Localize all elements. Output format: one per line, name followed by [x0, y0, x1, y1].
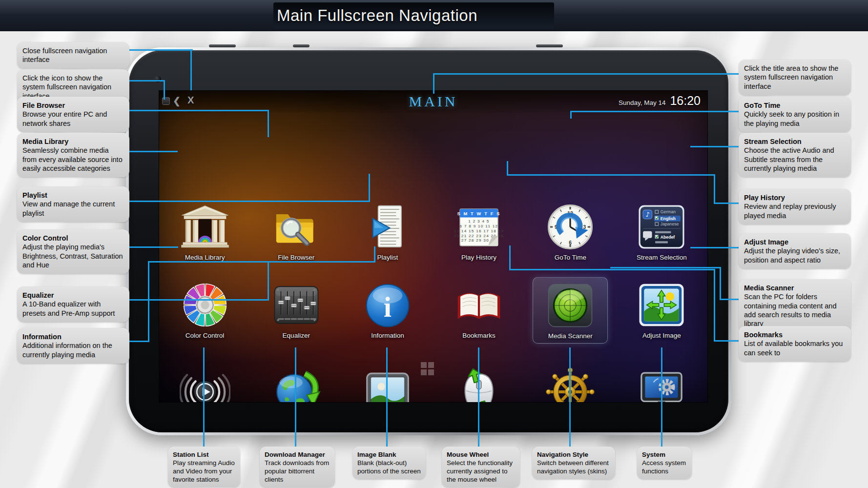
- callout-equalizer: EqualizerA 10-Band equalizer with preset…: [17, 286, 129, 322]
- svg-text:1 2 3 4 5: 1 2 3 4 5: [468, 219, 489, 224]
- connector-line: [129, 49, 193, 51]
- bookmarks-icon: [454, 280, 504, 330]
- stream-selection-icon: ♪ German English Japanese Abedef: [636, 202, 687, 252]
- nav-item-label: Information: [371, 332, 404, 339]
- nav-item-equalizer[interactable]: Equalizer: [250, 277, 342, 344]
- svg-text:13 14 15 16 17 18 19: 13 14 15 16 17 18 19: [454, 229, 504, 233]
- nav-item-file-browser[interactable]: File Browser: [250, 199, 342, 264]
- callout-color-control: Color ControlAdjust the playing media's …: [17, 229, 129, 274]
- connector-line: [369, 174, 370, 202]
- connector-line: [148, 261, 375, 263]
- callout-title: Stream Selection: [744, 137, 846, 146]
- media-scanner-icon: [545, 280, 596, 331]
- equalizer-icon: [271, 280, 322, 330]
- svg-text:6: 6: [569, 240, 572, 245]
- page-title: Main Fullscreen Navigation: [0, 6, 754, 25]
- connector-line: [690, 146, 739, 147]
- callout-title: Station List: [173, 450, 235, 459]
- connector-line: [714, 203, 739, 204]
- connector-line: [129, 246, 178, 248]
- connector-line: [433, 73, 434, 94]
- connector-line: [129, 151, 178, 152]
- connector-line: [720, 267, 721, 300]
- callout-title: Media Library: [22, 137, 124, 146]
- connector-line: [374, 246, 375, 263]
- callout-body: Browse your entire PC and network shares: [22, 110, 124, 128]
- adjust-image-icon: [636, 280, 687, 330]
- playlist-icon: [362, 202, 413, 252]
- nav-item-media-scanner[interactable]: Media Scanner: [525, 277, 616, 344]
- color-control-icon: [180, 280, 230, 330]
- svg-text:♪: ♪: [646, 211, 650, 218]
- windows-logo-icon: [421, 362, 434, 375]
- information-icon: i: [362, 280, 413, 330]
- nav-item-label: Bookmarks: [462, 332, 496, 339]
- connector-line: [509, 269, 715, 270]
- datetime-display: Sunday, May 14 16:20: [619, 94, 701, 108]
- svg-text:English: English: [661, 216, 676, 221]
- connector-line: [507, 174, 715, 176]
- callout-body: Track downloads from popular bittorrent …: [265, 459, 330, 484]
- nav-item-bookmarks[interactable]: Bookmarks: [434, 277, 525, 344]
- nav-item-adjust-image[interactable]: Adjust Image: [616, 277, 707, 344]
- connector-line: [386, 347, 388, 447]
- callout-media-scanner: Media ScannerScan the PC for folders con…: [739, 279, 851, 332]
- connector-line: [268, 110, 269, 137]
- callout-body: List of available bookmarks you can seek…: [744, 339, 846, 357]
- callout-stream-selection: Stream SelectionChoose the active Audio …: [739, 133, 851, 177]
- svg-text:S M T W T F S: S M T W T F S: [457, 211, 501, 216]
- svg-text:6 7 8 9 10 11 12: 6 7 8 9 10 11 12: [460, 224, 498, 228]
- callout-title: Mouse Wheel: [447, 450, 515, 459]
- nav-item-label: Media Scanner: [548, 332, 593, 340]
- nav-item-label: Adjust Image: [642, 332, 681, 339]
- callout-body: A 10-Band equalizer with presets and Pre…: [22, 300, 124, 318]
- connector-line: [714, 174, 715, 204]
- nav-item-label: Color Control: [186, 332, 225, 339]
- callout-goto-time: GoTo TimeQuickly seek to any position in…: [739, 97, 851, 132]
- connector-line: [129, 80, 165, 81]
- callout-title: Color Control: [22, 234, 124, 243]
- connector-line: [129, 201, 370, 202]
- nav-grid-row: Color Control Equalizer iInformation Boo…: [159, 277, 707, 344]
- callout-body: Select the functionality currently assig…: [447, 459, 515, 484]
- camera-icon: [154, 75, 162, 83]
- nav-item-streaming[interactable]: Streaming: [159, 364, 250, 403]
- file-browser-icon: [271, 202, 322, 252]
- callout-title: Equalizer: [22, 291, 124, 300]
- callout-body: Access system functions: [642, 459, 687, 475]
- nav-grid-row: Media Library File Browser Playlist S M …: [159, 199, 707, 264]
- callout-body: Adjust the playing media's Brightness, C…: [22, 243, 124, 269]
- callout-body: Blank (black-out) portions of the screen: [357, 459, 421, 475]
- callout-body: Choose the active Audio and Subtitle str…: [744, 146, 846, 173]
- callout-close-fullscreen-navigation: Close fullscreen navigation interface: [17, 42, 129, 69]
- connector-line: [164, 80, 165, 100]
- goto-time-icon: 12369: [545, 202, 596, 252]
- connector-line: [570, 111, 739, 112]
- callout-title: Download Manager: [265, 450, 330, 459]
- callout-body: Click the title area to show the system …: [744, 64, 846, 91]
- connector-line: [507, 161, 508, 176]
- nav-item-playlist[interactable]: Playlist: [342, 199, 433, 264]
- connector-line: [129, 299, 269, 301]
- callout-title: System: [642, 450, 687, 459]
- connector-line: [610, 267, 721, 268]
- connector-line: [690, 247, 739, 248]
- nav-item-color-control[interactable]: Color Control: [159, 277, 250, 344]
- callout-mouse-wheel: Mouse WheelSelect the functionality curr…: [442, 447, 520, 488]
- nav-item-goto-time[interactable]: 12369 GoTo Time: [525, 199, 616, 264]
- svg-text:i: i: [384, 291, 392, 323]
- nav-item-stream-selection[interactable]: ♪ German English Japanese AbedefStream S…: [616, 199, 707, 264]
- connector-line: [129, 110, 269, 111]
- callout-playlist: PlaylistView and manage the current play…: [17, 186, 129, 222]
- callout-title: GoTo Time: [744, 101, 846, 110]
- callout-download-manager: Download ManagerTrack downloads from pop…: [260, 447, 335, 488]
- connector-line: [720, 299, 739, 300]
- tablet-screen: ❮ X MAIN Sunday, May 14 16:20 Media Libr…: [159, 90, 708, 403]
- nav-item-play-history[interactable]: S M T W T F S 1 2 3 4 56 7 8 9 10 11 121…: [434, 199, 525, 264]
- callout-title: Adjust Image: [744, 238, 846, 246]
- nav-item-media-library[interactable]: Media Library: [159, 199, 250, 264]
- nav-item-information[interactable]: iInformation: [342, 277, 433, 344]
- nav-item-label: Playlist: [377, 254, 398, 261]
- date-label: Sunday, May 14: [619, 99, 666, 106]
- callout-play-history: Play HistoryReview and replay previously…: [739, 189, 851, 224]
